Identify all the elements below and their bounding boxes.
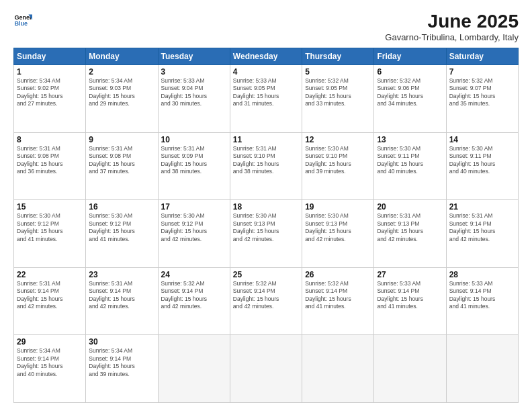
day-number: 2 xyxy=(89,67,154,77)
day-info: Sunrise: 5:30 AM Sunset: 9:11 PM Dayligh… xyxy=(377,145,443,176)
day-info: Sunrise: 5:30 AM Sunset: 9:12 PM Dayligh… xyxy=(17,212,83,243)
col-saturday: Saturday xyxy=(446,48,518,65)
logo-icon: General Blue xyxy=(13,11,32,30)
day-number: 25 xyxy=(233,270,299,279)
table-row: 24Sunrise: 5:32 AM Sunset: 9:14 PM Dayli… xyxy=(158,267,230,335)
table-row: 28Sunrise: 5:33 AM Sunset: 9:14 PM Dayli… xyxy=(446,267,518,335)
col-wednesday: Wednesday xyxy=(230,48,302,65)
day-info: Sunrise: 5:31 AM Sunset: 9:14 PM Dayligh… xyxy=(89,280,154,311)
table-row xyxy=(302,335,374,403)
day-number: 18 xyxy=(233,202,299,212)
day-info: Sunrise: 5:31 AM Sunset: 9:14 PM Dayligh… xyxy=(17,280,83,311)
day-number: 13 xyxy=(377,135,443,144)
day-info: Sunrise: 5:30 AM Sunset: 9:13 PM Dayligh… xyxy=(305,212,371,243)
day-number: 30 xyxy=(89,337,154,347)
table-row: 8Sunrise: 5:31 AM Sunset: 9:08 PM Daylig… xyxy=(14,132,86,200)
day-info: Sunrise: 5:33 AM Sunset: 9:04 PM Dayligh… xyxy=(161,77,227,108)
title-block: June 2025 Gavarno-Tribulina, Lombardy, I… xyxy=(385,11,519,42)
table-row: 2Sunrise: 5:34 AM Sunset: 9:03 PM Daylig… xyxy=(86,65,158,133)
day-number: 19 xyxy=(305,202,371,212)
table-row: 6Sunrise: 5:32 AM Sunset: 9:06 PM Daylig… xyxy=(374,65,446,133)
day-number: 7 xyxy=(449,67,515,77)
day-number: 9 xyxy=(89,135,154,144)
day-info: Sunrise: 5:32 AM Sunset: 9:14 PM Dayligh… xyxy=(305,280,371,311)
table-row: 17Sunrise: 5:30 AM Sunset: 9:12 PM Dayli… xyxy=(158,200,230,268)
col-tuesday: Tuesday xyxy=(158,48,230,65)
table-row: 15Sunrise: 5:30 AM Sunset: 9:12 PM Dayli… xyxy=(14,200,86,268)
day-info: Sunrise: 5:31 AM Sunset: 9:14 PM Dayligh… xyxy=(449,212,515,243)
table-row: 26Sunrise: 5:32 AM Sunset: 9:14 PM Dayli… xyxy=(302,267,374,335)
table-row: 3Sunrise: 5:33 AM Sunset: 9:04 PM Daylig… xyxy=(158,65,230,133)
table-row: 27Sunrise: 5:33 AM Sunset: 9:14 PM Dayli… xyxy=(374,267,446,335)
day-number: 17 xyxy=(161,202,227,212)
calendar-title: June 2025 xyxy=(385,11,519,32)
day-number: 10 xyxy=(161,135,227,144)
svg-text:Blue: Blue xyxy=(14,20,28,27)
table-row: 25Sunrise: 5:32 AM Sunset: 9:14 PM Dayli… xyxy=(230,267,302,335)
day-info: Sunrise: 5:34 AM Sunset: 9:03 PM Dayligh… xyxy=(89,77,154,108)
day-info: Sunrise: 5:34 AM Sunset: 9:14 PM Dayligh… xyxy=(89,347,154,378)
table-row xyxy=(230,335,302,403)
table-row: 23Sunrise: 5:31 AM Sunset: 9:14 PM Dayli… xyxy=(86,267,158,335)
table-row: 16Sunrise: 5:30 AM Sunset: 9:12 PM Dayli… xyxy=(86,200,158,268)
table-row: 21Sunrise: 5:31 AM Sunset: 9:14 PM Dayli… xyxy=(446,200,518,268)
day-info: Sunrise: 5:30 AM Sunset: 9:11 PM Dayligh… xyxy=(449,145,515,176)
day-number: 22 xyxy=(17,270,83,279)
day-info: Sunrise: 5:31 AM Sunset: 9:10 PM Dayligh… xyxy=(233,145,299,176)
day-info: Sunrise: 5:34 AM Sunset: 9:02 PM Dayligh… xyxy=(17,77,83,108)
day-info: Sunrise: 5:32 AM Sunset: 9:05 PM Dayligh… xyxy=(305,77,371,108)
table-row: 14Sunrise: 5:30 AM Sunset: 9:11 PM Dayli… xyxy=(446,132,518,200)
day-number: 8 xyxy=(17,135,83,144)
day-info: Sunrise: 5:30 AM Sunset: 9:10 PM Dayligh… xyxy=(305,145,371,176)
day-info: Sunrise: 5:31 AM Sunset: 9:13 PM Dayligh… xyxy=(377,212,443,243)
day-number: 26 xyxy=(305,270,371,279)
table-row: 1Sunrise: 5:34 AM Sunset: 9:02 PM Daylig… xyxy=(14,65,86,133)
day-number: 28 xyxy=(449,270,515,279)
day-info: Sunrise: 5:30 AM Sunset: 9:12 PM Dayligh… xyxy=(89,212,154,243)
table-row: 11Sunrise: 5:31 AM Sunset: 9:10 PM Dayli… xyxy=(230,132,302,200)
day-info: Sunrise: 5:31 AM Sunset: 9:09 PM Dayligh… xyxy=(161,145,227,176)
table-row: 18Sunrise: 5:30 AM Sunset: 9:13 PM Dayli… xyxy=(230,200,302,268)
header: General Blue June 2025 Gavarno-Tribulina… xyxy=(13,11,519,42)
day-number: 1 xyxy=(17,67,83,77)
day-info: Sunrise: 5:32 AM Sunset: 9:14 PM Dayligh… xyxy=(161,280,227,311)
table-row xyxy=(158,335,230,403)
day-info: Sunrise: 5:32 AM Sunset: 9:07 PM Dayligh… xyxy=(449,77,515,108)
day-number: 11 xyxy=(233,135,299,144)
calendar-table: Sunday Monday Tuesday Wednesday Thursday… xyxy=(13,48,519,403)
day-number: 3 xyxy=(161,67,227,77)
day-number: 14 xyxy=(449,135,515,144)
page: General Blue June 2025 Gavarno-Tribulina… xyxy=(0,0,532,411)
day-info: Sunrise: 5:33 AM Sunset: 9:14 PM Dayligh… xyxy=(449,280,515,311)
day-number: 16 xyxy=(89,202,154,212)
table-row: 30Sunrise: 5:34 AM Sunset: 9:14 PM Dayli… xyxy=(86,335,158,403)
table-row: 9Sunrise: 5:31 AM Sunset: 9:08 PM Daylig… xyxy=(86,132,158,200)
day-number: 27 xyxy=(377,270,443,279)
table-row xyxy=(374,335,446,403)
day-number: 24 xyxy=(161,270,227,279)
day-info: Sunrise: 5:30 AM Sunset: 9:12 PM Dayligh… xyxy=(161,212,227,243)
col-friday: Friday xyxy=(374,48,446,65)
table-row: 10Sunrise: 5:31 AM Sunset: 9:09 PM Dayli… xyxy=(158,132,230,200)
header-row: Sunday Monday Tuesday Wednesday Thursday… xyxy=(14,48,519,65)
col-sunday: Sunday xyxy=(14,48,86,65)
day-info: Sunrise: 5:30 AM Sunset: 9:13 PM Dayligh… xyxy=(233,212,299,243)
table-row xyxy=(446,335,518,403)
table-row: 7Sunrise: 5:32 AM Sunset: 9:07 PM Daylig… xyxy=(446,65,518,133)
table-row: 5Sunrise: 5:32 AM Sunset: 9:05 PM Daylig… xyxy=(302,65,374,133)
table-row: 22Sunrise: 5:31 AM Sunset: 9:14 PM Dayli… xyxy=(14,267,86,335)
calendar-subtitle: Gavarno-Tribulina, Lombardy, Italy xyxy=(385,32,519,42)
table-row: 29Sunrise: 5:34 AM Sunset: 9:14 PM Dayli… xyxy=(14,335,86,403)
day-number: 29 xyxy=(17,337,83,347)
day-number: 5 xyxy=(305,67,371,77)
day-info: Sunrise: 5:33 AM Sunset: 9:05 PM Dayligh… xyxy=(233,77,299,108)
table-row: 13Sunrise: 5:30 AM Sunset: 9:11 PM Dayli… xyxy=(374,132,446,200)
day-number: 23 xyxy=(89,270,154,279)
day-number: 21 xyxy=(449,202,515,212)
logo: General Blue xyxy=(13,11,32,30)
table-row: 20Sunrise: 5:31 AM Sunset: 9:13 PM Dayli… xyxy=(374,200,446,268)
col-monday: Monday xyxy=(86,48,158,65)
day-number: 20 xyxy=(377,202,443,212)
day-number: 6 xyxy=(377,67,443,77)
day-info: Sunrise: 5:31 AM Sunset: 9:08 PM Dayligh… xyxy=(89,145,154,176)
